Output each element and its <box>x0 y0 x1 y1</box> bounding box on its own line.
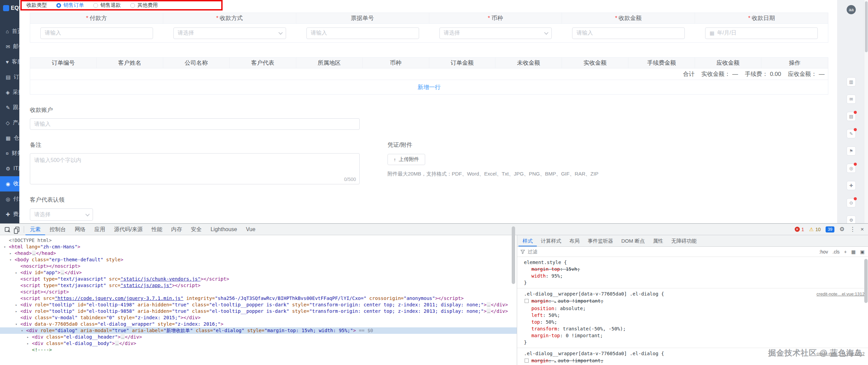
collapse-arrow-icon[interactable]: ▾ <box>3 244 7 250</box>
form-input[interactable]: 请输入 <box>572 27 685 39</box>
panel-icon[interactable]: ▣ <box>860 249 865 255</box>
sidebar-item-邮件[interactable]: ✉邮件 <box>0 39 19 54</box>
sidebar-item-客服[interactable]: ♥客服 <box>0 54 19 69</box>
scrollbar-thumb[interactable] <box>865 1 868 52</box>
dom-tree-line[interactable]: <noscript></noscript> <box>0 263 517 269</box>
devtools-tab[interactable]: 元素 <box>25 224 45 235</box>
dom-tree-line[interactable]: ▾<html lang="zh-cmn-Hans"> <box>0 244 517 250</box>
receipt-type-option[interactable]: 销售订单 <box>56 2 84 8</box>
expand-arrow-icon[interactable]: ▸ <box>26 334 30 340</box>
dom-tree-line[interactable]: <!----> <box>0 347 517 353</box>
dom-tree-line[interactable]: ▸<head>…</head> <box>0 250 517 257</box>
styles-tab[interactable]: 布局 <box>565 235 584 246</box>
quick-action-button[interactable]: ◎ <box>847 164 856 173</box>
dom-tree-line[interactable]: ▸<div id="app">…</div> <box>0 269 517 276</box>
styles-tab[interactable]: 属性 <box>649 235 667 246</box>
sidebar-item-收款[interactable]: ◉收款 <box>0 176 19 191</box>
devtools-tab[interactable]: 源代码/来源 <box>110 224 147 235</box>
user-avatar[interactable]: aa <box>847 5 856 14</box>
collapse-arrow-icon[interactable]: ▾ <box>8 257 13 263</box>
form-select[interactable]: 请选择 <box>173 27 286 39</box>
dom-tree-line[interactable]: <div class="v-modal" tabindex="0" style=… <box>0 315 517 321</box>
sidebar-item-仓储[interactable]: ▦仓储 <box>0 130 19 146</box>
dom-tree-line[interactable]: ▾<div role="dialog" aria-modal="true" ar… <box>0 327 517 334</box>
quick-action-button[interactable]: ▥ <box>847 77 856 86</box>
collapse-arrow-icon[interactable]: ▾ <box>20 327 24 334</box>
property-checkbox[interactable] <box>525 359 529 363</box>
quick-action-button[interactable]: ✎ <box>847 129 856 138</box>
devtools-tab[interactable]: Lighthouse <box>206 224 241 235</box>
settings-gear-icon[interactable]: ⚙ <box>839 226 845 233</box>
devtools-tab[interactable]: Vue <box>242 224 260 235</box>
sidebar-item-首页[interactable]: ⌂首页 <box>0 24 19 39</box>
quick-action-button[interactable]: ✉ <box>847 95 856 104</box>
sidebar-item-订单[interactable]: ▤订单 <box>0 69 19 85</box>
dom-tree-line[interactable]: <script type="text/javascript" src="stat… <box>0 282 517 289</box>
styles-toggle[interactable]: + <box>844 249 847 255</box>
source-link[interactable]: credit-note…el.vue:1312 <box>813 291 865 298</box>
dom-tree-line[interactable]: <script type="text/javascript" src="stat… <box>0 276 517 282</box>
expand-arrow-icon[interactable]: ▸ <box>14 302 18 308</box>
quick-action-button[interactable]: ⚙ <box>847 216 856 223</box>
styles-tab[interactable]: 事件监听器 <box>584 235 617 246</box>
dom-tree-line[interactable]: ▾<div data-v-77605da0 class="el-dialog__… <box>0 321 517 327</box>
page-scrollbar[interactable] <box>864 0 868 223</box>
receipt-type-option[interactable]: 销售退款 <box>93 2 121 8</box>
styles-scrollbar[interactable] <box>864 259 868 365</box>
quick-action-button[interactable]: ▤ <box>847 112 856 121</box>
elements-scrollbar[interactable] <box>512 235 515 348</box>
grid-icon[interactable]: ▦ <box>851 249 856 255</box>
add-row-link[interactable]: 新增一行 <box>418 83 441 91</box>
dom-tree-line[interactable]: ▸<div class="el-dialog__body">…</div> <box>0 340 517 347</box>
styles-tab[interactable]: 样式 <box>518 235 537 246</box>
expand-arrow-icon[interactable]: ▸ <box>26 340 30 347</box>
sidebar-item-财务[interactable]: ¤财务 <box>0 146 19 161</box>
expand-arrow-icon[interactable]: ▸ <box>14 269 18 276</box>
form-input[interactable]: 请输入 <box>306 27 419 39</box>
form-input[interactable]: 请输入 <box>40 27 153 39</box>
styles-tab[interactable]: 计算样式 <box>537 235 565 246</box>
styles-filter-input[interactable]: 过滤 <box>528 249 537 255</box>
sidebar-item-IT服务[interactable]: ⚙IT服务 <box>0 161 19 176</box>
sidebar-item-费用[interactable]: ✚费用 <box>0 207 19 222</box>
styles-tab[interactable]: DOM 断点 <box>617 235 649 246</box>
sidebar-item-付款[interactable]: ◎付款 <box>0 191 19 207</box>
dom-tree-line[interactable]: ▸<div class="el-dialog__header">…</div> <box>0 334 517 340</box>
scrollbar-thumb[interactable] <box>512 235 515 284</box>
expand-arrow-icon[interactable]: ▸ <box>8 250 13 257</box>
warning-badge[interactable]: ⚠ 10 <box>809 226 820 232</box>
quick-action-button[interactable]: ⚑ <box>847 146 856 156</box>
close-devtools-icon[interactable]: × <box>861 226 864 233</box>
kebab-menu-icon[interactable]: ⋮ <box>850 226 855 233</box>
styles-toggle[interactable]: :hov <box>819 249 828 255</box>
expand-arrow-icon[interactable]: ▸ <box>14 308 18 315</box>
issues-badge[interactable]: 39 <box>826 226 834 232</box>
remark-textarea[interactable]: 请输入500个字以内 0/500 <box>30 153 360 184</box>
devtools-tab[interactable]: 应用 <box>90 224 110 235</box>
devtools-tab[interactable]: 网络 <box>70 224 90 235</box>
sidebar-item-采购[interactable]: ◈采购 <box>0 85 19 100</box>
dom-tree-line[interactable]: ▾<body class="erp-theme-default" style> <box>0 257 517 263</box>
styles-toggle[interactable]: .cls <box>832 249 839 255</box>
sidebar-item-跟单[interactable]: ✎跟单 <box>0 100 19 115</box>
inspect-element-button[interactable] <box>2 224 12 235</box>
scrollbar-thumb[interactable] <box>864 259 868 303</box>
date-picker[interactable]: ▦年/月/日 <box>705 27 818 39</box>
dom-tree-line[interactable]: <!DOCTYPE html> <box>0 237 517 244</box>
account-input[interactable]: 请输入 <box>30 118 360 130</box>
device-toolbar-button[interactable] <box>12 224 22 235</box>
devtools-tab[interactable]: 内存 <box>167 224 186 235</box>
error-badge[interactable]: ✕ 1 <box>795 227 804 232</box>
quick-action-button[interactable]: ✚ <box>847 181 856 190</box>
receipt-type-option[interactable]: 其他费用 <box>130 2 158 8</box>
dom-tree-line[interactable]: ▸<div role="tooltip" id="el-tooltip-9858… <box>0 308 517 315</box>
dom-tree-line[interactable]: <script></script> <box>0 289 517 295</box>
quick-action-button[interactable]: ⊙ <box>847 198 856 207</box>
collapse-arrow-icon[interactable]: ▾ <box>14 321 18 327</box>
dom-tree-line[interactable]: <script src="https://code.jquery.com/jqu… <box>0 295 517 302</box>
dom-tree-line[interactable]: ▸<div role="tooltip" id="el-tooltip-4198… <box>0 302 517 308</box>
styles-tab[interactable]: 无障碍功能 <box>667 235 701 246</box>
claim-select[interactable]: 请选择 <box>30 208 93 221</box>
devtools-tab[interactable]: 安全 <box>186 224 206 235</box>
form-select[interactable]: 请选择 <box>439 27 552 39</box>
